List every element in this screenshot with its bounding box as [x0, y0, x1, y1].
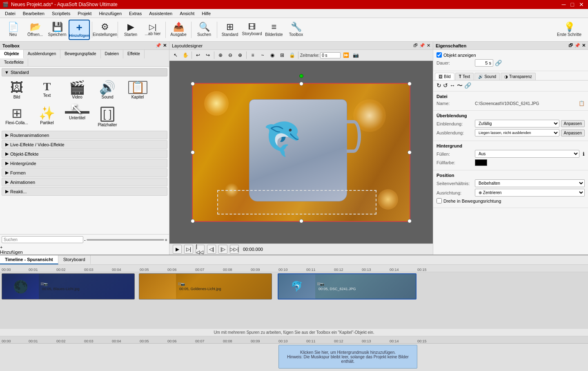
object-platzhalter[interactable]: [ ] Platzhalter	[93, 105, 122, 129]
tab-texteffekte[interactable]: Texteffekte	[0, 58, 28, 66]
props-wave-icon[interactable]: 〜	[457, 82, 463, 89]
cc-next-end-button[interactable]: ▷▷|	[230, 245, 239, 254]
props-tab-sound[interactable]: 🔊 Sound	[474, 73, 500, 80]
section-hintergruende[interactable]: ▶ Hintergründe	[2, 159, 167, 168]
hinzufuegen-button[interactable]: + Hinzufügen	[69, 20, 90, 40]
ld-btn-layout[interactable]: ⊞	[278, 51, 287, 60]
tab-bewegungspfade[interactable]: Bewegungspfade	[60, 50, 100, 58]
menu-hilfe[interactable]: Hilfe	[198, 10, 214, 17]
section-formen[interactable]: ▶ Formen	[2, 168, 167, 177]
menu-assistenten[interactable]: Assistenten	[146, 10, 176, 17]
ld-btn-undo[interactable]: ↩	[194, 51, 203, 60]
section-reakti[interactable]: ▶ Reakti...	[2, 187, 167, 196]
ld-btn-move[interactable]: ✋	[181, 51, 190, 60]
tab-ausblendungen[interactable]: Ausblendungen	[24, 50, 61, 58]
ld-btn-select[interactable]: ↖	[171, 51, 180, 60]
cc-prev-start-button[interactable]: |◁◁	[196, 245, 205, 254]
ld-btn-origin[interactable]: ◉	[268, 51, 277, 60]
menu-ansicht[interactable]: Ansicht	[176, 10, 198, 17]
object-text[interactable]: T Text	[33, 79, 61, 101]
object-untertitel[interactable]: ▬▬▬ Untertitel	[63, 105, 91, 129]
ld-btn-redo[interactable]: ↪	[203, 51, 212, 60]
cc-play-button[interactable]: ▶	[173, 245, 182, 254]
ld-restore-button[interactable]: 🗗	[413, 43, 418, 48]
ld-btn-snapshot[interactable]: 📷	[351, 51, 360, 60]
ld-pin-button[interactable]: 📌	[419, 43, 425, 48]
ld-btn-fit[interactable]: ⊕	[236, 51, 245, 60]
toolbox-close-button[interactable]: ✕	[163, 43, 167, 48]
tab-effekte[interactable]: Effekte	[123, 50, 145, 58]
oeffnen-button[interactable]: 📂 Öffnen...	[24, 20, 46, 40]
datei-copy-button[interactable]: 📋	[579, 101, 585, 106]
ld-btn-lock[interactable]: 🔒	[287, 51, 296, 60]
maximize-button[interactable]: □	[569, 1, 576, 8]
storyboard-button[interactable]: 🎞 Storyboard	[241, 20, 263, 40]
ld-close-button[interactable]: ✕	[427, 43, 430, 48]
tab-dateien[interactable]: Dateien	[101, 50, 123, 58]
section-objekt-effekte[interactable]: ▶ Objekt-Effekte	[2, 150, 167, 158]
hinzufuegen-popup[interactable]: + Hinzufügen	[0, 245, 169, 255]
toolbox-button[interactable]: 🔧 Toolbox	[285, 20, 307, 40]
props-restore-button[interactable]: 🗗	[568, 43, 573, 48]
object-sound[interactable]: 🔊 Sound	[93, 79, 122, 101]
seitenverhaeltnis-select[interactable]: Beibehalten	[475, 179, 585, 187]
ld-btn-zoom-in[interactable]: ⊕	[216, 51, 225, 60]
props-rotate-ccw-icon[interactable]: ↺	[443, 82, 448, 89]
cc-next-frame-button[interactable]: ▷|	[184, 245, 193, 254]
menu-hinzufuegen[interactable]: Hinzufügen	[96, 10, 125, 17]
standard-button[interactable]: ⊞ Standard	[219, 20, 241, 40]
dauer-input[interactable]	[475, 59, 493, 67]
clip-dsc6241[interactable]: 🐬 🖼📷 00:05, DSC_6241.JPG	[278, 273, 416, 299]
ausgabe-button[interactable]: 📤 Ausgabe	[168, 20, 189, 40]
menu-datei[interactable]: Datei	[2, 10, 19, 17]
props-flip-h-icon[interactable]: ↔	[450, 82, 455, 89]
erste-schritte-button[interactable]: 💡 Erste Schritte	[553, 20, 586, 40]
section-routenanimationen[interactable]: ▶ Routenanimationen	[2, 131, 167, 139]
ausblendung-select[interactable]: Liegen lassen, nicht ausblenden	[475, 129, 559, 136]
tl-tab-storyboard[interactable]: Storyboard	[58, 255, 91, 264]
bilderliste-button[interactable]: ≡ Bilderliste	[263, 20, 285, 40]
objekt-anzeigen-checkbox[interactable]	[437, 52, 442, 58]
menu-scriptlets[interactable]: Scriptlets	[49, 10, 74, 17]
object-bild[interactable]: 🖼 Bild	[2, 79, 31, 101]
dauer-link-button[interactable]: 🔗	[495, 60, 502, 66]
fuellen-info-icon[interactable]: ℹ	[583, 151, 585, 157]
props-tab-text[interactable]: T Text	[455, 73, 474, 80]
ld-btn-zoom-out[interactable]: ⊖	[226, 51, 235, 60]
ld-btn-snap[interactable]: ~	[258, 51, 267, 60]
section-live-effekte[interactable]: ▶ Live-Effekte / Video-Effekte	[2, 140, 167, 149]
object-partikel[interactable]: ✨ Partikel	[33, 105, 61, 129]
props-rotate-cw-icon[interactable]: ↻	[437, 82, 441, 89]
object-kapitel[interactable]: 📋 Kapitel	[123, 79, 152, 101]
search-input[interactable]	[2, 236, 83, 243]
props-close-button[interactable]: ✕	[582, 43, 586, 48]
menu-bearbeiten[interactable]: Bearbeiten	[20, 10, 48, 17]
minimize-button[interactable]: ─	[560, 1, 568, 8]
props-tab-transparenz[interactable]: ◑ Transparenz	[501, 73, 536, 80]
ld-btn-play-time[interactable]: ⏩	[341, 51, 350, 60]
props-pin-button[interactable]: 📌	[575, 43, 580, 48]
ausblendung-anpassen-button[interactable]: Anpassen	[561, 130, 585, 136]
drehen-checkbox[interactable]	[437, 198, 442, 203]
tl-tab-timeline[interactable]: Timeline - Spuransicht	[0, 255, 58, 264]
fuellen-select[interactable]: Aus	[475, 150, 579, 158]
search-slider[interactable]	[87, 239, 164, 241]
object-video[interactable]: 🎬 Video	[63, 79, 91, 101]
clip-goldenes-licht[interactable]: 🖼📷 00:05, Goldenes-Licht.jpg	[139, 273, 272, 299]
neu-button[interactable]: 📄 Neu	[2, 20, 24, 40]
search-plus-button[interactable]: +	[165, 237, 167, 242]
object-flexi[interactable]: ⊞ Flexi-Colla...	[2, 105, 31, 129]
close-button[interactable]: ✕	[577, 1, 586, 8]
fuellfarbe-swatch[interactable]	[475, 159, 487, 166]
speichern-button[interactable]: 💾 Speichern	[47, 20, 68, 40]
suchen-button[interactable]: 🔍 Suchen	[194, 20, 215, 40]
tab-objekte[interactable]: Objekte	[0, 50, 24, 58]
standard-section-header[interactable]: ▼ Standard	[2, 68, 167, 76]
cc-prev-button[interactable]: ◁|	[207, 245, 216, 254]
toolbox-pin-button[interactable]: 📌	[156, 43, 161, 48]
props-link2-icon[interactable]: 🔗	[464, 82, 471, 89]
menu-projekt[interactable]: Projekt	[74, 10, 95, 17]
einblendung-select[interactable]: Zufällig	[475, 120, 559, 127]
ab-hier-button[interactable]: ▷| ...ab hier	[142, 20, 163, 40]
clip-blaues-licht[interactable]: 🌑 🖼📷 00:05, Blaues-Licht.jpg	[2, 273, 135, 299]
